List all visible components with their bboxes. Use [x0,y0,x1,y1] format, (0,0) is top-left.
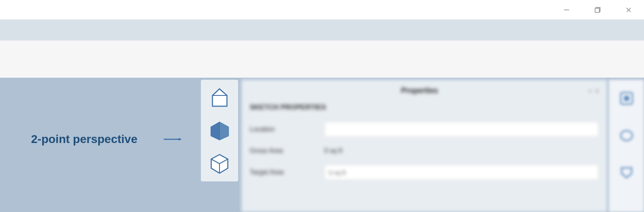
two-point-perspective-icon [208,119,231,142]
close-icon [625,6,632,14]
location-input[interactable] [324,121,599,137]
window-controls [551,0,644,20]
tool-icon-1 [618,90,635,107]
panel-close-icon[interactable]: × [596,88,599,94]
svg-marker-6 [178,138,181,141]
svg-rect-2 [595,8,599,12]
properties-panel: Properties ▪ × SKETCH PROPERTIES Locatio… [241,80,607,212]
target-area-label: Target Area [250,169,316,176]
target-area-input[interactable] [324,164,599,180]
panel-title: Properties [250,86,589,95]
panel-section-title: SKETCH PROPERTIES [245,98,604,117]
location-row: Location [245,117,604,142]
ribbon-panel [0,40,644,78]
annotation-label: 2-point perspective [31,133,137,146]
perspective-toolbar [201,80,238,181]
close-button[interactable] [613,0,644,20]
gross-area-row: Gross Area 0 sq ft [245,142,604,160]
maximize-icon [594,6,601,14]
minimize-button[interactable] [551,0,582,20]
one-point-perspective-button[interactable] [205,83,234,112]
three-point-perspective-button[interactable] [205,149,234,178]
pin-icon[interactable]: ▪ [589,88,591,94]
gross-area-value: 0 sq ft [324,147,343,155]
titlebar [0,0,644,20]
side-toolbar [609,80,644,212]
canvas-area[interactable]: 2-point perspective [0,78,238,212]
svg-point-13 [621,131,632,141]
one-point-perspective-icon [208,86,231,109]
two-point-perspective-button[interactable] [205,116,234,145]
panel-area: Properties ▪ × SKETCH PROPERTIES Locatio… [238,78,644,212]
three-point-perspective-icon [208,152,231,175]
gross-area-label: Gross Area [250,147,316,155]
tool-icon-3 [618,164,635,181]
target-area-row: Target Area [245,160,604,185]
content-area: 2-point perspective [0,78,644,212]
ribbon-tabs [0,20,644,40]
arrow-icon [148,138,198,141]
panel-header: Properties ▪ × [245,83,604,98]
svg-rect-12 [624,96,629,101]
maximize-button[interactable] [582,0,613,20]
annotation-callout: 2-point perspective [31,133,198,146]
window-frame: 2-point perspective [0,0,644,212]
side-tool-1[interactable] [616,88,637,109]
location-label: Location [250,126,316,133]
minimize-icon [563,6,570,14]
tool-icon-2 [618,127,635,144]
side-tool-2[interactable] [616,125,637,146]
side-tool-3[interactable] [616,162,637,183]
